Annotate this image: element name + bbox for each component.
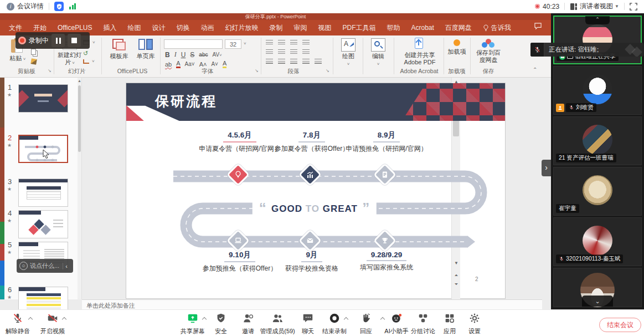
recording-dot-icon bbox=[535, 4, 540, 9]
underline-button[interactable]: U bbox=[181, 51, 186, 59]
participant-tile[interactable]: 崔宇童 bbox=[553, 167, 642, 216]
security-button[interactable]: 安全 bbox=[215, 312, 227, 335]
section-button[interactable]: ˅ bbox=[83, 59, 95, 64]
tab-draw[interactable]: 绘图 bbox=[122, 20, 146, 35]
tab-review[interactable]: 审阅 bbox=[288, 20, 312, 35]
unmute-button[interactable]: 解除静音 bbox=[6, 312, 30, 335]
start-video-button[interactable]: 开启视频 bbox=[40, 312, 65, 335]
justify-button[interactable] bbox=[302, 59, 310, 64]
tab-design[interactable]: 设计 bbox=[146, 20, 171, 35]
slide-thumbnail-4[interactable] bbox=[18, 210, 68, 238]
line-spacing-button[interactable] bbox=[290, 40, 297, 45]
view-mode-selector[interactable]: 演讲者视图▼ bbox=[580, 2, 619, 11]
columns-button[interactable] bbox=[290, 49, 297, 54]
highlight-button[interactable]: A bbox=[223, 60, 226, 68]
strikethrough-button[interactable]: abc bbox=[199, 52, 208, 58]
tab-view[interactable]: 视图 bbox=[312, 20, 337, 35]
grow-font-button[interactable]: A˄ bbox=[199, 61, 207, 68]
font-name-input[interactable] bbox=[164, 39, 223, 49]
stop-recording-button[interactable]: 结束录制 bbox=[322, 312, 347, 335]
chat-button[interactable]: 聊天 bbox=[302, 312, 314, 335]
share-screen-button[interactable]: 共享屏幕 bbox=[181, 312, 205, 335]
case-button[interactable]: Aa˅ bbox=[185, 61, 195, 67]
increase-indent-button[interactable] bbox=[278, 49, 285, 54]
chat-quick-overlay[interactable]: ☺ 说点什么... ‹ bbox=[17, 259, 73, 273]
italic-button[interactable]: I bbox=[174, 50, 177, 59]
notes-pane[interactable]: 单击此处添加备注 bbox=[82, 299, 542, 309]
meeting-info-button[interactable]: i 会议详情 bbox=[7, 2, 44, 11]
text-color-button[interactable]: A bbox=[176, 60, 180, 68]
participant-tile[interactable]: 21 资产评估一班曹瑞 bbox=[553, 116, 642, 165]
tab-record[interactable]: 录制 bbox=[264, 20, 288, 35]
tab-insert[interactable]: 插入 bbox=[97, 20, 122, 35]
tab-acrobat[interactable]: Acrobat bbox=[405, 20, 439, 35]
drawing-button[interactable]: A 绘图˅ bbox=[337, 37, 360, 67]
center-button[interactable] bbox=[278, 59, 285, 64]
collapse-chat-icon[interactable]: ‹ bbox=[65, 263, 68, 269]
single-page-library-button[interactable]: 单页库 bbox=[133, 37, 158, 60]
network-signal-icon[interactable] bbox=[69, 3, 76, 9]
participant-tile[interactable]: 刘唯贤 bbox=[553, 66, 642, 115]
editing-button[interactable]: 编辑˅ bbox=[367, 37, 390, 67]
manage-members-button[interactable]: 管理成员(59) bbox=[260, 312, 295, 335]
apps-button[interactable]: 应用 bbox=[444, 312, 456, 335]
end-meeting-button[interactable]: 结束会议 bbox=[599, 318, 641, 332]
format-painter-button[interactable] bbox=[31, 59, 37, 64]
char-spacing-button[interactable]: AV˅ bbox=[212, 52, 221, 58]
participant-tile[interactable]: ⌄ bbox=[553, 268, 642, 307]
clipboard-dialog-launcher[interactable]: ↘ bbox=[48, 68, 51, 73]
bullets-button[interactable] bbox=[266, 40, 273, 45]
slide-thumbnail-1[interactable] bbox=[18, 84, 68, 113]
align-text-button[interactable] bbox=[302, 49, 310, 54]
emoji-icon[interactable]: ☺ bbox=[19, 262, 28, 270]
shadow-button[interactable]: S bbox=[190, 51, 194, 59]
shrink-font-button[interactable]: A˅ bbox=[211, 61, 218, 67]
numbering-button[interactable] bbox=[278, 40, 285, 45]
reactions-button[interactable]: 回应 bbox=[360, 312, 372, 335]
align-left-button[interactable] bbox=[266, 59, 273, 64]
align-right-button[interactable] bbox=[290, 59, 297, 64]
slide-thumbnail-2-selected[interactable] bbox=[18, 135, 68, 163]
create-share-pdf-button[interactable]: 创建并共享 Adobe PDF bbox=[398, 37, 442, 65]
ai-assistant-button[interactable]: AI小助手 bbox=[384, 312, 408, 335]
tab-help[interactable]: 帮助 bbox=[381, 20, 405, 35]
bold-button[interactable]: B bbox=[165, 51, 170, 59]
addins-button[interactable]: 加载项 bbox=[446, 37, 467, 55]
collapse-ribbon-button[interactable]: ⌃ bbox=[533, 67, 537, 73]
comments-icon[interactable] bbox=[528, 20, 548, 35]
slide-thumbnail-3[interactable] bbox=[18, 179, 68, 207]
font-dialog-launcher[interactable]: ↘ bbox=[255, 68, 259, 73]
tab-tell-me[interactable]: 告诉我 bbox=[477, 20, 517, 35]
invite-button[interactable]: 邀请 bbox=[242, 312, 254, 335]
participant-tile-sharer[interactable]: ⌃ ☎ 宿钰唯正在共享 bbox=[553, 16, 642, 64]
font-size-input[interactable]: 32 bbox=[225, 39, 241, 49]
tab-pdf-toolbox[interactable]: PDF工具箱 bbox=[337, 20, 381, 35]
collapse-tiles-button[interactable]: ⌃ bbox=[585, 16, 610, 24]
slide-canvas[interactable]: 保研流程 4.5.6月 申请夏令营（研招网/官网） 7.8月 参加夏令营（获得O… bbox=[126, 83, 505, 298]
fullscreen-icon[interactable] bbox=[630, 3, 637, 11]
decrease-indent-button[interactable] bbox=[266, 49, 273, 54]
stop-recording-button[interactable] bbox=[68, 34, 81, 47]
tab-animations[interactable]: 动画 bbox=[195, 20, 219, 35]
chat-placeholder[interactable]: 说点什么... bbox=[30, 262, 59, 270]
thumbnail-scrollbar[interactable]: ▲ bbox=[78, 78, 81, 299]
text-direction-button[interactable] bbox=[302, 40, 310, 45]
pause-recording-button[interactable] bbox=[51, 34, 65, 47]
settings-button[interactable]: 设置 bbox=[468, 312, 481, 335]
tab-transitions[interactable]: 切换 bbox=[171, 20, 195, 35]
tab-baidu-netdisk[interactable]: 百度网盘 bbox=[440, 20, 477, 35]
breakout-rooms-button[interactable]: 分组讨论 bbox=[411, 312, 435, 335]
expand-tiles-button[interactable]: ⌄ bbox=[582, 296, 613, 307]
expand-panel-button[interactable]: › bbox=[542, 160, 551, 176]
security-shield-icon[interactable] bbox=[54, 2, 64, 11]
smartart-button[interactable] bbox=[315, 59, 322, 64]
font-size-dropdown[interactable]: ˅ bbox=[244, 41, 246, 46]
reset-slide-button[interactable]: ↺ bbox=[83, 50, 88, 57]
clear-format-button[interactable]: ab bbox=[165, 61, 172, 68]
participant-tile[interactable]: 32021090113-秦玉斌 bbox=[553, 217, 642, 266]
save-to-baidu-button[interactable]: 保存到百度网盘 bbox=[473, 37, 504, 63]
tab-slideshow[interactable]: 幻灯片放映 bbox=[219, 20, 264, 35]
copy-button[interactable] bbox=[31, 49, 36, 55]
paragraph-dialog-launcher[interactable]: ↘ bbox=[326, 68, 329, 73]
template-library-button[interactable]: 模板库 bbox=[106, 37, 132, 60]
